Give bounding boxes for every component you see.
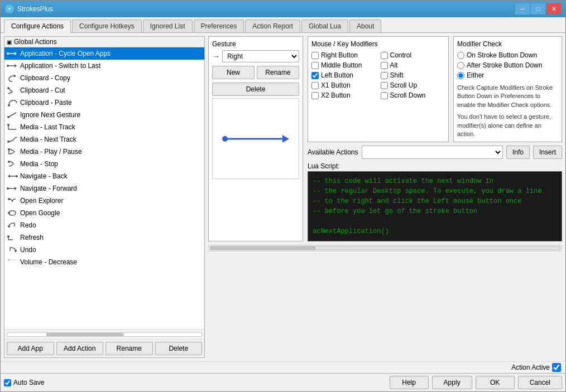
tree-item[interactable]: Application - Cycle Open Apps — [4, 47, 204, 60]
svg-point-14 — [7, 141, 9, 143]
checkbox-control: Control — [381, 51, 445, 59]
tree-content[interactable]: Application - Cycle Open Apps Applicatio… — [4, 47, 204, 329]
middle-button-checkbox[interactable] — [311, 62, 319, 69]
alt-checkbox[interactable] — [381, 62, 388, 69]
bottom-right: Help Apply OK Cancel — [390, 376, 562, 389]
right-button-label: Right Button — [321, 51, 358, 59]
collapse-icon[interactable]: ▣ — [7, 39, 12, 45]
svg-line-9 — [8, 113, 16, 117]
tree-item[interactable]: Clipboard - Paste — [4, 96, 204, 109]
gesture-svg — [7, 123, 18, 131]
tree-item-label: Clipboard - Cut — [20, 86, 65, 94]
gesture-rename-button[interactable]: Rename — [257, 66, 299, 79]
tab-action-report[interactable]: Action Report — [245, 20, 300, 32]
gesture-icon-nexttrack — [7, 135, 18, 144]
gesture-new-rename-buttons: New Rename — [212, 66, 299, 79]
svg-marker-18 — [8, 175, 10, 178]
svg-point-13 — [7, 124, 9, 126]
gesture-icon-undo — [7, 245, 18, 254]
tab-configure-actions[interactable]: Configure Actions — [4, 20, 71, 33]
maximize-button[interactable]: □ — [531, 3, 545, 14]
add-app-button[interactable]: Add App — [7, 342, 54, 355]
delete-button-left[interactable]: Delete — [155, 342, 203, 355]
left-button-checkbox[interactable] — [311, 72, 319, 79]
scroll-up-checkbox[interactable] — [381, 82, 388, 89]
gesture-icon-right — [7, 49, 18, 58]
svg-point-10 — [7, 116, 9, 118]
either-radio[interactable] — [457, 72, 464, 79]
available-actions-select[interactable] — [362, 146, 503, 159]
checkbox-right-button: Right Button — [311, 51, 376, 59]
tree-item[interactable]: Open Explorer — [4, 195, 204, 207]
svg-point-24 — [8, 212, 10, 214]
minimize-button[interactable]: ─ — [515, 3, 530, 14]
add-action-button[interactable]: Add Action — [56, 342, 104, 355]
tree-item[interactable]: Volume - Decrease — [4, 256, 204, 268]
x2-button-checkbox[interactable] — [311, 92, 319, 99]
tree-item-label: Ignore Next Gesture — [20, 111, 80, 119]
tree-item[interactable]: Application - Switch to Last — [4, 60, 204, 72]
tab-ignored-list[interactable]: Ignored List — [143, 20, 193, 32]
gesture-svg — [7, 246, 18, 254]
cancel-button[interactable]: Cancel — [518, 376, 562, 389]
tab-about[interactable]: About — [349, 20, 381, 32]
tree-item[interactable]: Redo — [4, 219, 204, 231]
left-panel: ▣ Global Actions Application - Cycle Ope… — [4, 36, 205, 358]
tree-item[interactable]: Ignore Next Gesture — [4, 109, 204, 121]
gesture-icon-redo — [7, 221, 18, 230]
gesture-direction-select[interactable]: Right Left Up Down — [222, 50, 299, 62]
tree-item[interactable]: Media - Next Track — [4, 133, 204, 146]
tree-item[interactable]: Undo — [4, 244, 204, 256]
radio-on-stroke: On Stroke Button Down — [457, 51, 558, 59]
action-active-checkbox[interactable] — [552, 363, 561, 372]
tab-configure-hotkeys[interactable]: Configure Hotkeys — [72, 20, 142, 32]
gesture-icon-c — [7, 74, 18, 83]
info-button[interactable]: Info — [506, 146, 530, 159]
help-button[interactable]: Help — [390, 376, 429, 389]
on-stroke-label: On Stroke Button Down — [467, 51, 537, 59]
x1-button-checkbox[interactable] — [311, 82, 319, 89]
rename-button-left[interactable]: Rename — [105, 342, 153, 355]
gesture-delete-button[interactable]: Delete — [212, 83, 299, 96]
right-button-checkbox[interactable] — [311, 52, 319, 59]
tree-item[interactable]: Clipboard - Copy — [4, 72, 204, 84]
gesture-svg — [7, 148, 18, 156]
apply-button[interactable]: Apply — [432, 376, 472, 389]
action-active-label: Action Active — [511, 364, 550, 371]
close-button[interactable]: ✕ — [546, 3, 561, 14]
svg-point-16 — [8, 161, 10, 163]
tree-item[interactable]: Navigate - Back — [4, 170, 204, 182]
insert-button[interactable]: Insert — [533, 146, 562, 159]
tree-item[interactable]: Navigate - Forward — [4, 182, 204, 195]
tab-preferences[interactable]: Preferences — [194, 20, 244, 32]
scroll-down-checkbox[interactable] — [381, 92, 388, 99]
tree-item[interactable]: Refresh — [4, 231, 204, 244]
shift-checkbox[interactable] — [381, 72, 388, 79]
ok-button[interactable]: OK — [476, 376, 515, 389]
app-icon: ✦ — [5, 4, 14, 13]
modifier-check-title: Modifier Check — [457, 40, 558, 48]
svg-point-15 — [8, 148, 10, 151]
tab-global-lua[interactable]: Global Lua — [301, 20, 348, 32]
tree-item[interactable]: Media - Stop — [4, 158, 204, 170]
horizontal-scrollbar[interactable] — [7, 332, 202, 337]
gesture-new-button[interactable]: New — [212, 66, 255, 79]
checkbox-middle-button: Middle Button — [311, 61, 376, 69]
on-stroke-radio[interactable] — [457, 52, 464, 59]
after-stroke-radio[interactable] — [457, 62, 464, 69]
gesture-icon-back — [7, 172, 18, 181]
gesture-svg — [7, 135, 18, 143]
right-scrollbar[interactable] — [208, 245, 562, 251]
after-stroke-label: After Stroke Button Down — [467, 61, 542, 69]
checkbox-x2-button: X2 Button — [311, 91, 376, 99]
lua-editor[interactable]: -- this code will activate the next wind… — [308, 171, 562, 241]
gesture-svg — [7, 160, 18, 168]
tree-item[interactable]: Media - Last Track — [4, 121, 204, 133]
tree-item[interactable]: Clipboard - Cut — [4, 84, 204, 96]
gesture-svg — [7, 99, 18, 107]
autosave-checkbox[interactable] — [4, 379, 11, 386]
tree-item[interactable]: Open Google — [4, 207, 204, 219]
tree-item[interactable]: Media - Play / Pause — [4, 146, 204, 158]
tree-item-label: Redo — [20, 221, 36, 229]
control-checkbox[interactable] — [381, 52, 388, 59]
